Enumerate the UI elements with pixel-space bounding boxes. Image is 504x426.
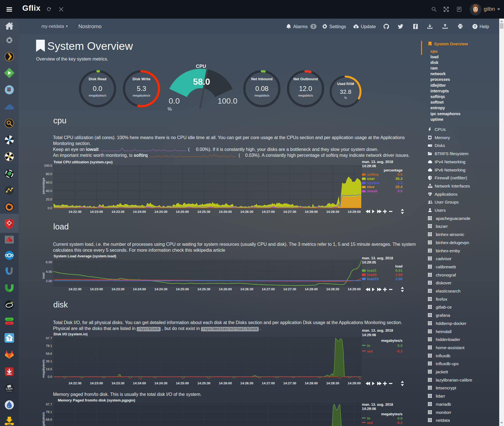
svg-text:in: in xyxy=(367,344,370,348)
svg-text:LAZY: LAZY xyxy=(6,387,13,390)
svg-text:man. 13. aug. 2018: man. 13. aug. 2018 xyxy=(362,160,393,164)
svg-text:sab: sab xyxy=(7,423,11,425)
svg-text:14:29:00: 14:29:00 xyxy=(348,287,361,291)
svg-text:out: out xyxy=(367,349,373,353)
svg-text:14:23:30: 14:23:30 xyxy=(111,210,124,213)
svg-text:-5.3: -5.3 xyxy=(396,349,403,353)
svg-text:%: % xyxy=(344,96,347,99)
svg-text:out: out xyxy=(367,421,373,425)
svg-text:14:25:00: 14:25:00 xyxy=(176,210,189,213)
svg-text:softirq: softirq xyxy=(367,172,379,177)
svg-text:58.6: 58.6 xyxy=(46,352,52,355)
svg-text:14:26:00: 14:26:00 xyxy=(219,382,232,385)
svg-text:14:25:00: 14:25:00 xyxy=(176,382,189,385)
svg-text:20.0: 20.0 xyxy=(46,198,52,201)
svg-text:58.6: 58.6 xyxy=(46,418,52,421)
svg-text:load1: load1 xyxy=(367,268,377,273)
svg-text:19.5: 19.5 xyxy=(46,367,52,371)
svg-text:-5.2: -5.2 xyxy=(396,421,403,425)
svg-text:%: % xyxy=(167,106,172,112)
svg-text:14:24:30: 14:24:30 xyxy=(154,287,167,291)
svg-text:0.0: 0.0 xyxy=(397,416,403,420)
svg-text:14:28:00: 14:28:00 xyxy=(305,210,318,213)
svg-text:load5: load5 xyxy=(367,273,377,277)
svg-text:0.0: 0.0 xyxy=(48,375,52,378)
svg-text:Total CPU utilization (system.: Total CPU utilization (system.cpu) xyxy=(54,160,112,164)
svg-text:0.0: 0.0 xyxy=(397,344,403,348)
svg-text:Used RAM: Used RAM xyxy=(337,82,354,86)
svg-text:man. 13. aug. 2018: man. 13. aug. 2018 xyxy=(362,403,393,407)
svg-text:100.0: 100.0 xyxy=(218,97,237,105)
svg-text:14:23:30: 14:23:30 xyxy=(111,382,124,385)
svg-text:0.0: 0.0 xyxy=(48,206,52,210)
svg-text:14:25:00: 14:25:00 xyxy=(176,287,189,291)
svg-text:?: ? xyxy=(474,24,476,29)
svg-text:load: load xyxy=(395,264,403,268)
svg-text:14:27:30: 14:27:30 xyxy=(283,382,296,385)
svg-text:CPU: CPU xyxy=(196,64,206,69)
svg-text:14:24:00: 14:24:00 xyxy=(133,382,146,385)
svg-text:Disk I/O (system.io): Disk I/O (system.io) xyxy=(54,332,88,336)
svg-text:user: user xyxy=(367,177,375,181)
svg-text:39.1: 39.1 xyxy=(46,360,52,363)
svg-text:man. 13. aug. 2018: man. 13. aug. 2018 xyxy=(362,256,393,260)
svg-text:megabits/s: megabits/s xyxy=(298,94,313,97)
svg-text:58.0: 58.0 xyxy=(193,77,210,87)
svg-text:percentage: percentage xyxy=(384,168,403,172)
svg-text:Memory Paged from/to disk (sys: Memory Paged from/to disk (system.pgpgio… xyxy=(58,398,135,402)
svg-text:megabytes/s: megabytes/s xyxy=(381,412,403,416)
svg-text:14:28:00: 14:28:00 xyxy=(305,382,318,385)
svg-text:14:24:30: 14:24:30 xyxy=(154,382,167,385)
svg-text:14:28:30: 14:28:30 xyxy=(326,287,339,291)
svg-text:Disk Read: Disk Read xyxy=(89,77,107,81)
svg-text:14:23:00: 14:23:00 xyxy=(90,382,103,385)
svg-text:14:25:30: 14:25:30 xyxy=(197,287,210,291)
svg-text:0.0: 0.0 xyxy=(397,172,403,177)
svg-text:man. 13. aug. 2018: man. 13. aug. 2018 xyxy=(362,329,393,333)
svg-text:14:29:00: 14:29:00 xyxy=(348,382,361,385)
svg-text:Online: Online xyxy=(7,318,12,320)
svg-text:0.0: 0.0 xyxy=(169,97,180,105)
svg-text:14:24:00: 14:24:00 xyxy=(133,287,146,291)
svg-text:iowait: iowait xyxy=(367,189,378,193)
svg-text:6.00: 6.00 xyxy=(46,260,52,264)
svg-text:load15: load15 xyxy=(367,277,379,281)
svg-text:14:27:00: 14:27:00 xyxy=(262,210,275,213)
svg-text:14:27:30: 14:27:30 xyxy=(283,287,296,291)
svg-text:60.0: 60.0 xyxy=(46,181,52,184)
svg-text:14:26:30: 14:26:30 xyxy=(240,210,253,213)
svg-text:14:24:00: 14:24:00 xyxy=(133,210,146,213)
svg-text:14:29:06: 14:29:06 xyxy=(362,407,376,411)
svg-text:14:22:30: 14:22:30 xyxy=(68,210,81,213)
svg-text:4.00: 4.00 xyxy=(46,270,52,273)
svg-text:14:23:00: 14:23:00 xyxy=(90,287,103,291)
svg-text:megabits/s: megabits/s xyxy=(254,94,269,97)
svg-text:35.3: 35.3 xyxy=(395,177,403,181)
svg-text:14:26:00: 14:26:00 xyxy=(219,287,232,291)
svg-text:14:26:30: 14:26:30 xyxy=(240,382,253,385)
svg-text:5.3: 5.3 xyxy=(137,85,146,92)
svg-text:2.00: 2.00 xyxy=(46,279,52,283)
svg-text:0.08: 0.08 xyxy=(255,85,269,92)
svg-text:0.0: 0.0 xyxy=(93,85,102,92)
svg-text:20.4: 20.4 xyxy=(395,185,403,189)
svg-text:system: system xyxy=(367,181,380,185)
svg-text:2.06: 2.06 xyxy=(395,277,403,281)
svg-text:2.3: 2.3 xyxy=(397,181,403,185)
svg-text:97.7: 97.7 xyxy=(46,403,52,406)
svg-text:78.1: 78.1 xyxy=(46,410,52,414)
svg-text:Offline: Offline xyxy=(7,322,12,324)
svg-text:nice: nice xyxy=(367,185,374,189)
svg-text:14:27:00: 14:27:00 xyxy=(262,287,275,291)
svg-text:megabytes/s: megabytes/s xyxy=(89,94,107,97)
svg-text:0.0: 0.0 xyxy=(397,189,403,193)
svg-text:14:28:00: 14:28:00 xyxy=(305,287,318,291)
svg-text:14:28:30: 14:28:30 xyxy=(326,210,339,213)
svg-text:in: in xyxy=(367,416,370,420)
svg-text:14:27:00: 14:27:00 xyxy=(262,382,275,385)
svg-text:12.0: 12.0 xyxy=(299,85,312,92)
svg-text:Librarian: Librarian xyxy=(6,390,12,392)
svg-text:14:26:00: 14:26:00 xyxy=(219,210,232,213)
svg-text:97.7: 97.7 xyxy=(46,336,52,340)
svg-text:14:24:30: 14:24:30 xyxy=(154,210,167,213)
